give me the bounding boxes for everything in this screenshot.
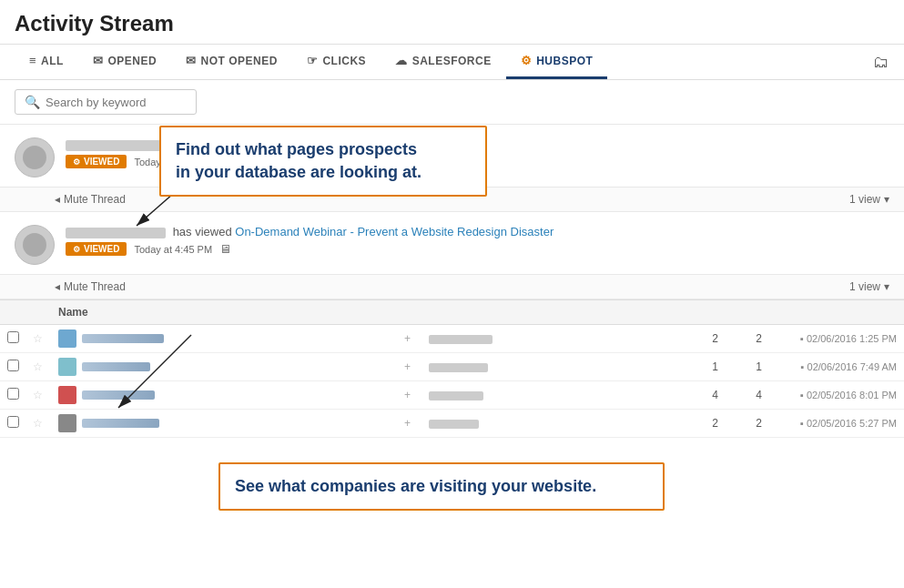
search-area: 🔍 xyxy=(0,80,904,125)
row3-logo xyxy=(58,386,76,404)
monitor-icon-2: 🖥 xyxy=(219,242,231,256)
mute-thread-1[interactable]: ◂ Mute Thread xyxy=(55,193,126,206)
hubspot-badge-icon-1: ⚙ xyxy=(73,157,80,167)
th-name: Name xyxy=(58,306,387,319)
row1-domain xyxy=(429,332,675,345)
tab-not-opened-label: NOT OPENED xyxy=(201,55,278,67)
search-input[interactable] xyxy=(46,96,182,109)
tab-opened[interactable]: ✉ OPENED xyxy=(78,45,171,79)
page-title: Activity Stream xyxy=(15,11,889,36)
tab-all[interactable]: ≡ ALL xyxy=(15,45,78,79)
view-count-1[interactable]: 1 view ▾ xyxy=(849,193,889,206)
row3-plus[interactable]: + xyxy=(394,389,422,401)
page-link-2[interactable]: On-Demand Webinar - Prevent a Website Re… xyxy=(235,225,554,238)
activity-footer-2: ◂ Mute Thread 1 view ▾ xyxy=(0,275,904,299)
tooltip-box-1: Find out what pages prospectsin your dat… xyxy=(159,126,487,197)
salesforce-icon: ☁ xyxy=(395,54,408,67)
row4-domain-blur xyxy=(429,420,479,429)
view-count-2[interactable]: 1 view ▾ xyxy=(849,280,889,293)
tab-clicks[interactable]: ☞ CLICKS xyxy=(292,45,381,79)
action-text-2: has viewed xyxy=(173,225,236,238)
tab-opened-label: OPENED xyxy=(107,55,157,67)
table-header: Name xyxy=(0,300,904,325)
row3-name[interactable] xyxy=(58,386,387,404)
row4-domain xyxy=(429,417,675,430)
row2-star[interactable]: ☆ xyxy=(33,360,51,373)
tab-salesforce-label: SALESFORCE xyxy=(412,55,492,67)
row3-name-blur xyxy=(82,390,155,400)
tab-not-opened[interactable]: ✉ NOT OPENED xyxy=(171,45,292,79)
row4-name-blur xyxy=(82,419,159,428)
view-chevron-2: ▾ xyxy=(884,280,889,293)
tab-all-label: ALL xyxy=(41,55,64,67)
activity-meta-2: ⚙ VIEWED Today at 4:45 PM 🖥 xyxy=(66,242,889,256)
table-area: Name ☆ + 2 2 ▪ 02/06/2016 1:25 PM xyxy=(0,299,904,438)
row1-star[interactable]: ☆ xyxy=(33,332,51,345)
not-opened-icon: ✉ xyxy=(186,54,197,67)
tabs-right: 🗂 xyxy=(866,53,889,72)
row3-checkbox[interactable] xyxy=(7,388,25,402)
row1-date-icon: ▪ xyxy=(800,333,804,344)
avatar-2 xyxy=(15,225,55,265)
activity-text-2: has viewed On-Demand Webinar - Prevent a… xyxy=(66,225,889,238)
row2-date: ▪ 02/06/2016 7:49 AM xyxy=(769,361,897,372)
mute-arrow-2: ◂ xyxy=(55,280,60,293)
contact-name-blur-2 xyxy=(66,228,166,238)
hubspot-icon: ⚙ xyxy=(521,54,533,67)
row1-plus[interactable]: + xyxy=(394,332,422,345)
mute-thread-2[interactable]: ◂ Mute Thread xyxy=(55,280,126,293)
row2-num2: 1 xyxy=(726,360,762,373)
table-row: ☆ + 1 1 ▪ 02/06/2016 7:49 AM xyxy=(0,353,904,381)
row4-num2: 2 xyxy=(726,417,762,430)
table-row: ☆ + 2 2 ▪ 02/06/2016 1:25 PM xyxy=(0,325,904,353)
contact-name-blur-1 xyxy=(66,140,166,151)
export-icon[interactable]: 🗂 xyxy=(873,53,889,72)
tab-salesforce[interactable]: ☁ SALESFORCE xyxy=(381,45,506,79)
row1-logo xyxy=(58,329,76,348)
all-icon: ≡ xyxy=(29,54,36,67)
row3-domain-blur xyxy=(429,391,483,400)
row3-star[interactable]: ☆ xyxy=(33,389,51,401)
viewed-badge-1: ⚙ VIEWED xyxy=(66,155,127,168)
search-box[interactable]: 🔍 xyxy=(15,89,197,115)
tab-hubspot-label: HUBSPOT xyxy=(536,55,593,67)
row1-name-blur xyxy=(82,334,164,343)
row1-num1: 2 xyxy=(682,332,718,345)
row4-plus[interactable]: + xyxy=(394,417,422,430)
table-row: ☆ + 4 4 ▪ 02/05/2016 8:01 PM xyxy=(0,381,904,410)
tooltip-text-2: See what companies are visiting your web… xyxy=(235,477,596,495)
row4-date-icon: ▪ xyxy=(800,418,804,429)
tab-hubspot[interactable]: ⚙ HUBSPOT xyxy=(506,45,608,79)
avatar-inner-1 xyxy=(23,146,46,169)
avatar-inner-2 xyxy=(23,233,46,257)
row3-num1: 4 xyxy=(682,389,718,401)
avatar-1 xyxy=(15,137,55,177)
row2-checkbox[interactable] xyxy=(7,360,25,374)
row4-date: ▪ 02/05/2016 5:27 PM xyxy=(769,418,897,429)
row4-num1: 2 xyxy=(682,417,718,430)
row1-checkbox[interactable] xyxy=(7,331,25,346)
opened-icon: ✉ xyxy=(93,54,104,67)
row2-num1: 1 xyxy=(682,360,718,373)
page-header: Activity Stream xyxy=(0,0,904,45)
row3-date: ▪ 02/05/2016 8:01 PM xyxy=(769,390,897,400)
row4-star[interactable]: ☆ xyxy=(33,417,51,430)
mute-arrow-1: ◂ xyxy=(55,193,60,206)
tooltip-box-2: See what companies are visiting your web… xyxy=(218,462,665,511)
row2-name[interactable] xyxy=(58,358,387,376)
table-row: ☆ + 2 2 ▪ 02/05/2016 5:27 PM xyxy=(0,410,904,438)
row4-name[interactable] xyxy=(58,414,387,432)
row2-name-blur xyxy=(82,362,150,371)
tooltip-text-1: Find out what pages prospectsin your dat… xyxy=(176,140,422,181)
main-content: 🔍 has viewed Sales & Marketing Campaigns… xyxy=(0,80,904,438)
clicks-icon: ☞ xyxy=(307,54,319,67)
hubspot-badge-icon-2: ⚙ xyxy=(73,245,80,254)
viewed-badge-2: ⚙ VIEWED xyxy=(66,242,127,256)
tabs-bar: ≡ ALL ✉ OPENED ✉ NOT OPENED ☞ CLICKS ☁ S… xyxy=(0,45,904,80)
row4-checkbox[interactable] xyxy=(7,416,25,431)
row2-plus[interactable]: + xyxy=(394,360,422,373)
row1-date: ▪ 02/06/2016 1:25 PM xyxy=(769,333,897,344)
row1-name[interactable] xyxy=(58,329,387,348)
activity-item-2: has viewed On-Demand Webinar - Prevent a… xyxy=(0,212,904,275)
row2-logo xyxy=(58,358,76,376)
